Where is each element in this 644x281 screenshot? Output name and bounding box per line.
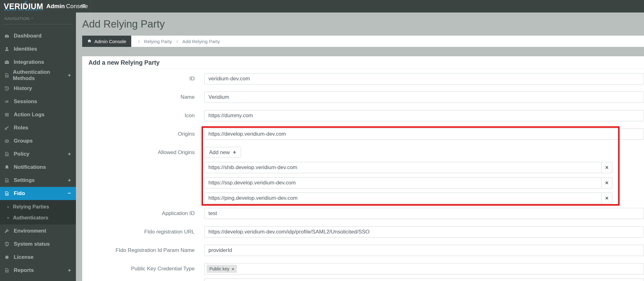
public-key-credential-type-label: Public Key Credential Type: [82, 266, 195, 272]
fido-registration-url-input[interactable]: [204, 226, 644, 238]
sidebar-item-integrations[interactable]: Integrations: [0, 56, 76, 69]
sidebar-subitem-relying-parties[interactable]: ▸ Relying Parties: [0, 201, 76, 212]
allowed-origin-input[interactable]: [204, 193, 602, 204]
sidebar-item-system-status[interactable]: System status: [0, 238, 76, 251]
wrench-icon: [4, 228, 14, 233]
briefcase-icon: [4, 60, 14, 65]
breadcrumb-item-current: Add Relying Party: [182, 39, 220, 44]
application-id-label: Application ID: [82, 210, 195, 217]
allowed-origin-input[interactable]: [204, 177, 602, 188]
add-relying-party-panel: Add a new Relying Party ID Name Icon Ori…: [82, 56, 644, 281]
allowed-origin-group: ×: [204, 193, 612, 204]
allowed-origin-input[interactable]: [204, 162, 602, 173]
breadcrumb-root[interactable]: Admin Console: [82, 36, 131, 47]
form-row-partial: [82, 278, 644, 281]
sidebar-item-environment[interactable]: Environment: [0, 224, 76, 238]
sidebar-item-settings[interactable]: Settings +: [0, 174, 76, 187]
panel-heading: Add a new Relying Party: [82, 56, 644, 69]
sidebar-item-dashboard[interactable]: Dashboard: [0, 29, 76, 43]
seal-icon: [4, 255, 14, 260]
shield-icon: [4, 242, 14, 247]
partial-input[interactable]: [204, 278, 644, 281]
expand-plus-icon[interactable]: +: [68, 267, 71, 273]
application-id-input[interactable]: [204, 208, 644, 219]
allowed-origin-row: ×: [82, 193, 644, 204]
sidebar-item-identities[interactable]: Identities: [0, 43, 76, 56]
bell-icon: [4, 165, 14, 170]
expand-minus-icon[interactable]: −: [68, 190, 71, 197]
breadcrumb-trail: › Relying Party › Add Relying Party: [131, 36, 220, 47]
add-new-origin-button[interactable]: Add new +: [204, 147, 241, 158]
breadcrumb-separator: ›: [176, 38, 178, 44]
id-label: ID: [82, 76, 195, 82]
sidebar-item-history[interactable]: History: [0, 82, 76, 95]
fido-registration-id-param-name-label: FIdo Registration Id Param Name: [82, 247, 195, 253]
icon-label: Icon: [82, 113, 195, 119]
brand-logo[interactable]: VERIDIUM ✓ HANDS ON SECURITY AdminConsol…: [0, 0, 76, 13]
sidebar-item-sessions[interactable]: Sessions: [0, 95, 76, 108]
section-collapse-caret[interactable]: ^: [31, 17, 33, 21]
name-label: Name: [82, 94, 195, 100]
brand-tagline: HANDS ON SECURITY: [4, 8, 44, 11]
allowed-origin-group: ×: [204, 177, 612, 188]
fido-submenu: ▸ Relying Parties ▸ Authenticators: [0, 200, 76, 224]
breadcrumb-separator: ›: [138, 38, 140, 44]
caret-right-icon: ▸: [7, 216, 9, 220]
allowed-origin-row: ×: [82, 162, 644, 173]
sidebar-item-roles[interactable]: Roles: [0, 121, 76, 134]
close-icon: ×: [605, 164, 609, 171]
fido-registration-url-label: FIdo registration URL: [82, 229, 195, 235]
id-input[interactable]: [204, 73, 644, 84]
breadcrumb-item-relying-party[interactable]: Relying Party: [144, 39, 172, 44]
name-input[interactable]: [204, 92, 644, 103]
allowed-origins-label: Allowed Origins: [82, 149, 195, 156]
sidebar-item-fido[interactable]: Fido −: [0, 187, 76, 200]
fido-registration-id-param-name-input[interactable]: [204, 245, 644, 256]
form-row-origins: Origins: [82, 128, 644, 140]
form-row-icon: Icon: [82, 110, 644, 121]
icon-input[interactable]: [204, 110, 644, 121]
form-row-fido-registration-id-param-name: FIdo Registration Id Param Name: [82, 245, 644, 256]
close-icon: ×: [605, 180, 609, 186]
remove-origin-button[interactable]: ×: [602, 177, 612, 188]
expand-plus-icon[interactable]: +: [68, 151, 71, 157]
breadcrumb: Admin Console › Relying Party › Add Rely…: [82, 36, 644, 47]
allowed-origin-row: ×: [82, 177, 644, 188]
origins-label: Origins: [82, 131, 195, 137]
sidebar-item-reports[interactable]: Reports +: [0, 264, 76, 277]
app-title: AdminConsole: [46, 3, 88, 10]
form-row-name: Name: [82, 92, 644, 103]
expand-plus-icon[interactable]: +: [68, 177, 71, 183]
sidebar-item-policy[interactable]: Policy +: [0, 148, 76, 161]
remove-origin-button[interactable]: ×: [602, 193, 612, 204]
document-icon: [4, 178, 14, 183]
sidebar-item-authentication-methods[interactable]: Authentication Methods +: [0, 69, 76, 82]
brand-check-icon: ✓: [23, 0, 28, 5]
sidebar-item-notifications[interactable]: Notifications: [0, 161, 76, 174]
top-navbar: VERIDIUM ✓ HANDS ON SECURITY AdminConsol…: [0, 0, 644, 13]
relying-party-form: ID Name Icon Origins Allowed Origins Add…: [82, 69, 644, 281]
remove-origin-button[interactable]: ×: [602, 162, 612, 173]
sidebar-item-groups[interactable]: Groups: [0, 134, 76, 148]
history-icon: [4, 86, 14, 91]
sidebar-item-action-logs[interactable]: Action Logs: [0, 108, 76, 121]
expand-plus-icon[interactable]: +: [68, 72, 71, 78]
sidebar-divider: [3, 24, 73, 24]
form-row-fido-registration-url: FIdo registration URL: [82, 226, 644, 238]
home-icon: [87, 39, 92, 44]
form-row-allowed-origins: Allowed Origins Add new +: [82, 147, 644, 158]
sidebar-item-license[interactable]: License: [0, 251, 76, 264]
chip-remove-icon[interactable]: ×: [232, 267, 234, 271]
document-icon: [4, 73, 13, 78]
form-row-application-id: Application ID: [82, 208, 644, 219]
page-title: Add Relying Party: [76, 13, 644, 36]
credential-type-multiselect[interactable]: Public key ×: [204, 263, 644, 274]
user-icon: [4, 47, 14, 52]
form-row-public-key-credential-type: Public Key Credential Type Public key ×: [82, 263, 644, 274]
origins-input[interactable]: [204, 128, 644, 140]
allowed-origin-group: ×: [204, 162, 612, 173]
sidebar-subitem-authenticators[interactable]: ▸ Authenticators: [0, 212, 76, 223]
sidebar-section-header: NAVIGATION ^: [0, 13, 76, 21]
document-icon: [4, 191, 14, 196]
caret-right-icon: ▸: [7, 205, 9, 209]
